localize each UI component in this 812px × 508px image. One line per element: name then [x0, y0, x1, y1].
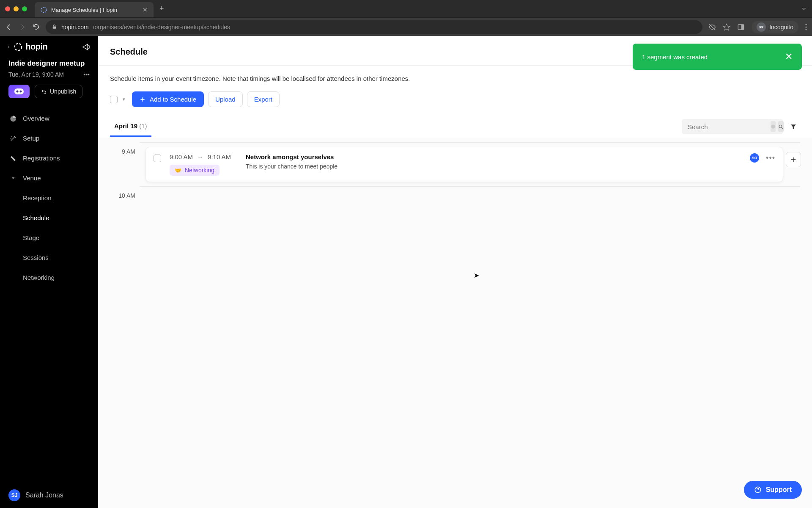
star-icon[interactable] [723, 23, 730, 31]
sidebar-item-schedule[interactable]: Schedule [0, 208, 98, 228]
brand-logo[interactable]: ‹ hopin [8, 42, 47, 52]
handshake-icon: 🤝 [175, 167, 181, 174]
date-tab[interactable]: April 19 (1) [110, 116, 151, 137]
maximize-window-icon[interactable] [22, 6, 27, 11]
schedule-card[interactable]: 9:00 AM → 9:10 AM 🤝 Networking Network a… [145, 147, 783, 182]
tab-title: Manage Schedules | Hopin [51, 7, 117, 13]
sidebar-item-networking[interactable]: Networking [0, 268, 98, 287]
nav-label: Stage [23, 234, 39, 241]
filter-icon[interactable] [790, 123, 797, 130]
user-avatar: SJ [8, 489, 20, 501]
browser-tab-bar: Manage Schedules | Hopin ✕ + [0, 0, 812, 17]
support-label: Support [766, 486, 792, 494]
schedule-item-more-icon[interactable]: ••• [766, 154, 775, 163]
button-label: Upload [215, 96, 236, 103]
svg-point-8 [805, 29, 807, 30]
ticket-icon [9, 155, 17, 162]
toolbar: ▾ Add to Schedule Upload Export [98, 82, 812, 116]
incognito-icon [757, 22, 766, 32]
event-more-icon[interactable]: ••• [83, 71, 90, 78]
sidebar-item-stage[interactable]: Stage [0, 228, 98, 248]
nav-label: Networking [23, 274, 55, 281]
pie-chart-icon [9, 115, 17, 122]
event-avatar[interactable] [8, 85, 30, 98]
svg-point-12 [20, 91, 22, 93]
nav-label: Setup [23, 135, 39, 142]
sidebar-user[interactable]: SJ Sarah Jonas [0, 483, 98, 508]
svg-point-9 [15, 43, 22, 50]
nav-label: Schedule [23, 214, 49, 221]
end-time: 9:10 AM [208, 153, 231, 160]
svg-point-6 [805, 24, 807, 25]
sidebar-item-reception[interactable]: Reception [0, 188, 98, 208]
svg-rect-1 [53, 26, 56, 28]
speaker-avatar: SO [750, 153, 759, 163]
date-tab-count: (1) [139, 122, 147, 130]
back-icon[interactable] [5, 23, 13, 31]
search-input[interactable] [688, 123, 768, 130]
minimize-window-icon[interactable] [14, 6, 19, 11]
unpublish-label: Unpublish [50, 88, 76, 95]
select-dropdown-icon[interactable]: ▾ [123, 97, 125, 102]
svg-rect-3 [741, 25, 744, 30]
panel-icon[interactable] [737, 23, 745, 31]
tabs-dropdown-icon[interactable] [801, 6, 807, 12]
sidebar-item-overview[interactable]: Overview [0, 108, 98, 128]
search-submit-button[interactable] [778, 121, 784, 132]
svg-point-4 [760, 27, 761, 28]
forward-icon[interactable] [19, 23, 26, 31]
sidebar-item-sessions[interactable]: Sessions [0, 248, 98, 268]
sidebar-nav: Overview Setup Registrations Venue Recep… [0, 104, 98, 292]
nav-label: Overview [23, 115, 49, 122]
svg-point-11 [16, 91, 19, 93]
main-content: Schedule Schedule items in your event ti… [98, 36, 812, 508]
url-field[interactable]: hopin.com/organisers/events/indie-design… [46, 20, 702, 34]
add-segment-button[interactable] [786, 152, 801, 167]
sidebar-item-venue[interactable]: Venue [0, 168, 98, 188]
nav-label: Venue [23, 174, 41, 182]
nav-label: Registrations [23, 155, 60, 162]
eye-off-icon[interactable] [708, 23, 716, 31]
date-tabs-row: April 19 (1) [98, 116, 812, 137]
sidebar-item-registrations[interactable]: Registrations [0, 148, 98, 168]
chevron-left-icon[interactable]: ‹ [8, 44, 9, 50]
close-window-icon[interactable] [5, 6, 10, 11]
svg-point-14 [779, 125, 782, 128]
search-box[interactable] [682, 119, 783, 134]
sidebar: ‹ hopin Indie designer meetup Tue, Apr 1… [0, 36, 98, 508]
lock-icon [52, 24, 57, 30]
new-tab-button[interactable]: + [159, 4, 164, 13]
search-clear-button[interactable] [771, 121, 776, 132]
incognito-badge[interactable]: Incognito [752, 21, 798, 33]
browser-tab[interactable]: Manage Schedules | Hopin ✕ [35, 2, 154, 17]
support-button[interactable]: Support [744, 481, 802, 499]
button-label: Export [254, 96, 272, 103]
browser-address-bar: hopin.com/organisers/events/indie-design… [0, 17, 812, 36]
unpublish-button[interactable]: Unpublish [35, 85, 82, 98]
svg-rect-10 [14, 88, 24, 94]
reload-icon[interactable] [32, 23, 40, 31]
event-datetime: Tue, Apr 19, 9:00 AM [8, 71, 64, 78]
time-label-10am: 10 AM [110, 186, 140, 199]
url-path: /organisers/events/indie-designer-meetup… [93, 24, 230, 30]
schedule-card-checkbox[interactable] [154, 155, 161, 162]
timeline: 9 AM 9:00 AM → 9:10 AM 🤝 Net [98, 137, 812, 508]
schedule-item-description: This is your chance to meet people [246, 163, 741, 170]
incognito-label: Incognito [769, 24, 793, 30]
toast-close-icon[interactable]: ✕ [785, 51, 793, 62]
export-button[interactable]: Export [247, 91, 280, 107]
upload-button[interactable]: Upload [208, 91, 243, 107]
svg-point-13 [771, 125, 775, 129]
start-time: 9:00 AM [170, 153, 193, 160]
undo-icon [41, 89, 47, 94]
tab-close-icon[interactable]: ✕ [143, 6, 148, 13]
tag-label: Networking [185, 167, 214, 174]
svg-point-5 [762, 27, 763, 28]
sidebar-item-setup[interactable]: Setup [0, 128, 98, 148]
kebab-menu-icon[interactable] [805, 24, 807, 30]
select-all-checkbox[interactable] [110, 96, 118, 103]
add-to-schedule-button[interactable]: Add to Schedule [132, 91, 204, 107]
time-lane-10am [140, 186, 800, 228]
megaphone-icon[interactable] [82, 43, 91, 51]
success-toast: 1 segment was created ✕ [633, 44, 802, 70]
